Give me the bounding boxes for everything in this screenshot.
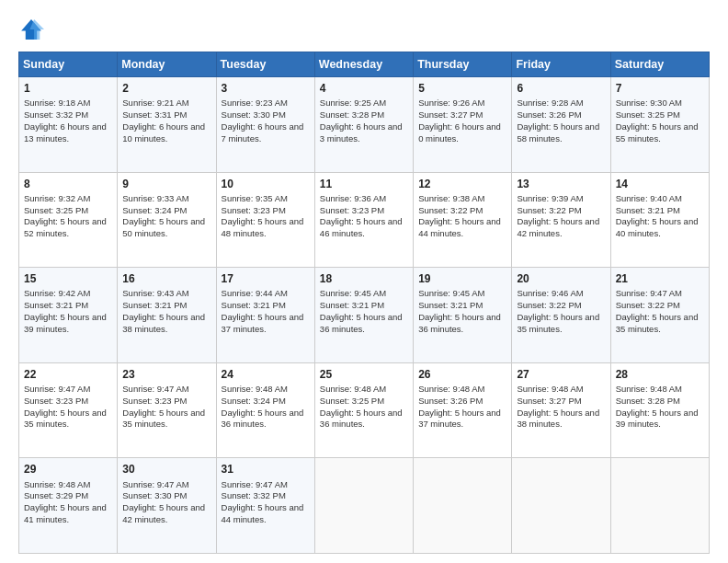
- sunset-label: Sunset: 3:22 PM: [418, 205, 483, 215]
- sunrise-label: Sunrise: 9:48 AM: [418, 384, 484, 394]
- day-number: 30: [122, 462, 210, 477]
- sunset-label: Sunset: 3:21 PM: [122, 300, 187, 310]
- day-number: 13: [517, 177, 605, 191]
- sunrise-label: Sunrise: 9:38 AM: [418, 193, 484, 203]
- daylight-label: Daylight: 5 hours and 44 minutes.: [418, 216, 501, 238]
- sunrise-label: Sunrise: 9:47 AM: [122, 479, 188, 489]
- sunset-label: Sunset: 3:26 PM: [517, 109, 581, 120]
- day-number: 10: [222, 177, 310, 191]
- daylight-label: Daylight: 5 hours and 55 minutes.: [616, 121, 699, 144]
- sunset-label: Sunset: 3:22 PM: [616, 300, 680, 310]
- sunrise-label: Sunrise: 9:43 AM: [122, 288, 188, 298]
- day-number: 16: [122, 271, 210, 286]
- daylight-label: Daylight: 5 hours and 36 minutes.: [320, 312, 403, 334]
- header-row: SundayMondayTuesdayWednesdayThursdayFrid…: [19, 52, 710, 77]
- day-number: 26: [418, 367, 506, 382]
- sunrise-label: Sunrise: 9:45 AM: [418, 288, 484, 298]
- daylight-label: Daylight: 5 hours and 35 minutes.: [517, 312, 599, 334]
- day-number: 17: [222, 271, 310, 286]
- calendar-cell: 26Sunrise: 9:48 AMSunset: 3:26 PMDayligh…: [414, 362, 512, 458]
- daylight-label: Daylight: 5 hours and 36 minutes.: [418, 312, 501, 334]
- sunrise-label: Sunrise: 9:21 AM: [122, 98, 188, 108]
- sunrise-label: Sunrise: 9:47 AM: [24, 384, 90, 394]
- calendar-cell: 17Sunrise: 9:44 AMSunset: 3:21 PMDayligh…: [216, 268, 314, 363]
- daylight-label: Daylight: 5 hours and 41 minutes.: [24, 502, 107, 524]
- calendar-cell: 18Sunrise: 9:45 AMSunset: 3:21 PMDayligh…: [314, 268, 413, 363]
- calendar-cell: 28Sunrise: 9:48 AMSunset: 3:28 PMDayligh…: [610, 362, 709, 458]
- sunrise-label: Sunrise: 9:48 AM: [320, 384, 386, 394]
- calendar-cell: 5Sunrise: 9:26 AMSunset: 3:27 PMDaylight…: [414, 77, 512, 173]
- calendar-cell: 12Sunrise: 9:38 AMSunset: 3:22 PMDayligh…: [414, 172, 512, 268]
- daylight-label: Daylight: 5 hours and 35 minutes.: [122, 408, 205, 430]
- day-header-friday: Friday: [512, 52, 610, 77]
- day-number: 4: [320, 81, 408, 96]
- daylight-label: Daylight: 5 hours and 39 minutes.: [616, 408, 699, 430]
- daylight-label: Daylight: 6 hours and 13 minutes.: [24, 121, 107, 144]
- calendar-cell: [512, 458, 610, 554]
- sunset-label: Sunset: 3:29 PM: [24, 490, 88, 500]
- day-number: 19: [418, 271, 506, 286]
- daylight-label: Daylight: 5 hours and 36 minutes.: [222, 408, 304, 430]
- calendar-cell: 22Sunrise: 9:47 AMSunset: 3:23 PMDayligh…: [19, 362, 118, 458]
- day-number: 8: [24, 177, 112, 191]
- sunrise-label: Sunrise: 9:36 AM: [320, 193, 386, 203]
- day-number: 9: [122, 177, 210, 191]
- calendar-cell: 2Sunrise: 9:21 AMSunset: 3:31 PMDaylight…: [118, 77, 216, 173]
- day-header-sunday: Sunday: [19, 52, 118, 77]
- sunrise-label: Sunrise: 9:48 AM: [616, 384, 682, 394]
- calendar-cell: 1Sunrise: 9:18 AMSunset: 3:32 PMDaylight…: [19, 77, 118, 173]
- sunrise-label: Sunrise: 9:33 AM: [122, 193, 188, 203]
- daylight-label: Daylight: 5 hours and 50 minutes.: [122, 216, 205, 238]
- sunset-label: Sunset: 3:25 PM: [616, 109, 680, 120]
- calendar-cell: 9Sunrise: 9:33 AMSunset: 3:24 PMDaylight…: [118, 172, 216, 268]
- sunset-label: Sunset: 3:23 PM: [222, 205, 286, 215]
- sunset-label: Sunset: 3:21 PM: [24, 300, 88, 310]
- calendar-cell: 3Sunrise: 9:23 AMSunset: 3:30 PMDaylight…: [216, 77, 314, 173]
- sunset-label: Sunset: 3:24 PM: [222, 396, 286, 406]
- sunrise-label: Sunrise: 9:23 AM: [222, 98, 288, 108]
- day-header-thursday: Thursday: [414, 52, 512, 77]
- daylight-label: Daylight: 5 hours and 58 minutes.: [517, 121, 599, 144]
- calendar-cell: 16Sunrise: 9:43 AMSunset: 3:21 PMDayligh…: [118, 268, 216, 363]
- calendar-cell: [314, 458, 413, 554]
- sunset-label: Sunset: 3:30 PM: [122, 490, 187, 500]
- daylight-label: Daylight: 5 hours and 42 minutes.: [517, 216, 599, 238]
- sunrise-label: Sunrise: 9:47 AM: [122, 384, 188, 394]
- calendar-cell: 31Sunrise: 9:47 AMSunset: 3:32 PMDayligh…: [216, 458, 314, 554]
- calendar-cell: 23Sunrise: 9:47 AMSunset: 3:23 PMDayligh…: [118, 362, 216, 458]
- sunrise-label: Sunrise: 9:47 AM: [222, 479, 288, 489]
- sunrise-label: Sunrise: 9:46 AM: [517, 288, 583, 298]
- generalblue-logo-icon: [18, 17, 44, 42]
- daylight-label: Daylight: 5 hours and 35 minutes.: [616, 312, 699, 334]
- sunrise-label: Sunrise: 9:28 AM: [517, 98, 583, 108]
- week-row-1: 1Sunrise: 9:18 AMSunset: 3:32 PMDaylight…: [19, 77, 710, 173]
- day-number: 27: [517, 367, 605, 382]
- calendar-cell: 24Sunrise: 9:48 AMSunset: 3:24 PMDayligh…: [216, 362, 314, 458]
- calendar-cell: 27Sunrise: 9:48 AMSunset: 3:27 PMDayligh…: [512, 362, 610, 458]
- day-number: 18: [320, 271, 408, 286]
- daylight-label: Daylight: 5 hours and 38 minutes.: [517, 408, 599, 430]
- sunrise-label: Sunrise: 9:25 AM: [320, 98, 386, 108]
- calendar-cell: 14Sunrise: 9:40 AMSunset: 3:21 PMDayligh…: [610, 172, 709, 268]
- sunset-label: Sunset: 3:25 PM: [320, 396, 384, 406]
- sunset-label: Sunset: 3:21 PM: [320, 300, 384, 310]
- day-number: 23: [122, 367, 210, 382]
- sunrise-label: Sunrise: 9:48 AM: [24, 479, 90, 489]
- sunset-label: Sunset: 3:32 PM: [222, 490, 286, 500]
- calendar-cell: 11Sunrise: 9:36 AMSunset: 3:23 PMDayligh…: [314, 172, 413, 268]
- sunrise-label: Sunrise: 9:18 AM: [24, 98, 90, 108]
- day-number: 15: [24, 271, 112, 286]
- day-number: 28: [616, 367, 704, 382]
- sunrise-label: Sunrise: 9:32 AM: [24, 193, 90, 203]
- day-number: 22: [24, 367, 112, 382]
- week-row-2: 8Sunrise: 9:32 AMSunset: 3:25 PMDaylight…: [19, 172, 710, 268]
- daylight-label: Daylight: 5 hours and 40 minutes.: [616, 216, 699, 238]
- calendar-cell: 6Sunrise: 9:28 AMSunset: 3:26 PMDaylight…: [512, 77, 610, 173]
- top-header: [18, 17, 710, 42]
- sunset-label: Sunset: 3:21 PM: [616, 205, 680, 215]
- calendar-cell: 30Sunrise: 9:47 AMSunset: 3:30 PMDayligh…: [118, 458, 216, 554]
- sunrise-label: Sunrise: 9:44 AM: [222, 288, 288, 298]
- day-number: 1: [24, 81, 112, 96]
- week-row-4: 22Sunrise: 9:47 AMSunset: 3:23 PMDayligh…: [19, 362, 710, 458]
- sunset-label: Sunset: 3:25 PM: [24, 205, 88, 215]
